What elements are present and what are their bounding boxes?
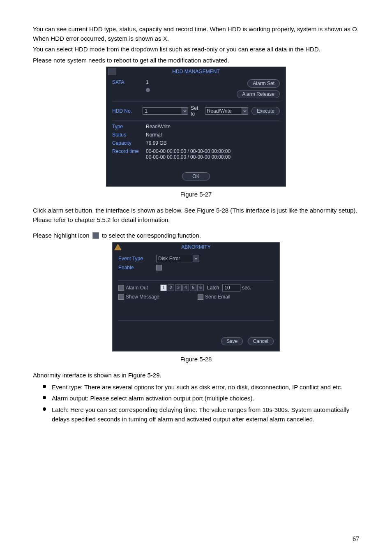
dialog-title-bar: HDD MANAGEMENT — [106, 67, 286, 76]
divider — [118, 320, 274, 321]
dialog-title: HDD MANAGEMENT — [172, 69, 219, 74]
list-item: Event type: There are several options fo… — [43, 382, 359, 392]
chevron-down-icon — [242, 107, 248, 115]
dialog-title-bar: ABNORMITY — [113, 243, 279, 252]
alarm-out-port-3[interactable]: 3 — [175, 284, 182, 291]
alarm-out-label: Alarm Out — [126, 285, 160, 291]
enable-label: Enable — [118, 265, 156, 271]
divider — [112, 102, 280, 102]
set-to-value: Read/Write — [205, 107, 242, 115]
divider — [112, 120, 280, 120]
page-number: 67 — [353, 535, 359, 543]
chevron-down-icon — [193, 255, 199, 262]
list-item: Latch: Here you can set corresponding de… — [43, 405, 359, 424]
capacity-value: 79.99 GB — [146, 140, 167, 146]
abnormity-dialog: ABNORMITY Event Type Disk Error Enable A… — [112, 242, 280, 352]
figure-caption: Figure 5-28 — [33, 356, 359, 363]
sata-label: SATA — [112, 79, 146, 85]
event-type-label: Event Type — [118, 256, 156, 261]
send-email-checkbox[interactable] — [198, 294, 203, 300]
alarm-release-button[interactable]: Alarm Release — [237, 90, 280, 98]
alarm-out-ports: 1 2 3 4 5 6 — [160, 284, 204, 291]
type-label: Type — [112, 124, 146, 130]
cancel-button[interactable]: Cancel — [248, 337, 274, 345]
chevron-down-icon — [182, 107, 188, 115]
alarm-out-checkbox[interactable] — [118, 285, 124, 291]
hdd-icon — [108, 68, 116, 75]
sata-value: 1 — [146, 79, 237, 85]
show-message-checkbox[interactable] — [118, 294, 124, 300]
set-to-select[interactable]: Read/Write — [205, 107, 248, 115]
alarm-out-port-4[interactable]: 4 — [182, 284, 189, 291]
alarm-out-port-2[interactable]: 2 — [168, 284, 174, 291]
sata-status-dot — [146, 88, 150, 92]
alarm-out-port-5[interactable]: 5 — [190, 284, 196, 291]
checkbox-icon — [92, 232, 99, 239]
alarm-out-port-6[interactable]: 6 — [197, 284, 204, 291]
event-type-select[interactable]: Disk Error — [156, 255, 199, 262]
save-button[interactable]: Save — [221, 337, 243, 345]
hdd-no-value: 1 — [143, 107, 182, 115]
alarm-set-button[interactable]: Alarm Set — [247, 79, 280, 88]
text: Please highlight icon — [33, 232, 91, 239]
paragraph: Please highlight icon to select the corr… — [33, 231, 359, 240]
bullet-list: Event type: There are several options fo… — [33, 382, 359, 424]
record-time-label: Record time — [112, 148, 146, 154]
paragraph: You can see current HDD type, status, ca… — [33, 25, 359, 43]
hdd-no-select[interactable]: 1 — [143, 107, 188, 115]
send-email-label: Send Email — [205, 294, 230, 300]
alarm-out-port-1[interactable]: 1 — [160, 284, 167, 291]
hdd-management-dialog: HDD MANAGEMENT SATA 1 Alarm Set Alarm Re… — [106, 67, 286, 187]
status-label: Status — [112, 132, 146, 138]
enable-checkbox[interactable] — [156, 265, 162, 271]
record-time-value: 00-00-00 00:00:00 / 00-00-00 00:00:00 — [146, 148, 231, 154]
paragraph: Abnormity interface is shown as in Figur… — [33, 371, 359, 380]
paragraph: You can select HDD mode from the dropdow… — [33, 45, 359, 54]
type-value: Read/Write — [146, 124, 171, 130]
execute-button[interactable]: Execute — [251, 107, 280, 115]
set-to-label: Set to — [191, 105, 202, 117]
ok-button[interactable]: OK — [182, 172, 210, 180]
paragraph: Please note system needs to reboot to ge… — [33, 56, 359, 65]
hdd-no-label: HDD No. — [112, 108, 143, 114]
show-message-label: Show Message — [126, 294, 198, 300]
warning-icon — [114, 244, 122, 250]
latch-input[interactable]: 10 — [222, 284, 240, 291]
text: to select the corresponding function. — [102, 232, 201, 239]
latch-label: Latch — [207, 285, 219, 291]
figure-caption: Figure 5-27 — [33, 191, 359, 198]
event-type-value: Disk Error — [156, 255, 193, 262]
status-value: Normal — [146, 132, 162, 138]
list-item: Alarm output: Please select alarm activa… — [43, 393, 359, 403]
capacity-label: Capacity — [112, 140, 146, 146]
dialog-title: ABNORMITY — [181, 244, 210, 250]
sec-label: sec. — [242, 285, 251, 291]
divider — [118, 280, 274, 281]
paragraph: Click alarm set button, the interface is… — [33, 206, 359, 224]
record-time-value: 00-00-00 00:00:00 / 00-00-00 00:00:00 — [146, 154, 231, 160]
